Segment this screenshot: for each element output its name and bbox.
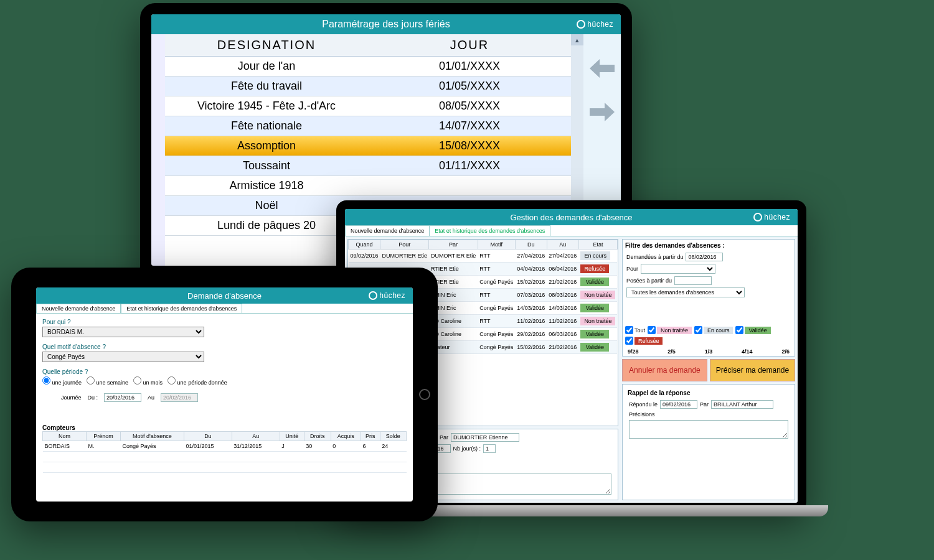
chk-validee[interactable]: Validée <box>735 326 770 334</box>
next-arrow-icon[interactable] <box>590 103 615 121</box>
period-option[interactable]: une période donnée <box>167 376 227 386</box>
lbl-reply-par: Par <box>700 401 709 408</box>
col-header[interactable]: Au <box>547 240 578 250</box>
reply-date[interactable] <box>660 400 697 409</box>
tab-historique[interactable]: Etat et historique des demandes d'absenc… <box>121 304 242 313</box>
action-buttons: Annuler ma demande Préciser ma demande <box>622 359 795 381</box>
holiday-row[interactable]: Toussaint01/11/XXXX <box>165 156 571 176</box>
holiday-name: Toussaint <box>165 156 368 175</box>
tab-nouvelle[interactable]: Nouvelle demande d'absence <box>36 304 121 313</box>
col-header: Pris <box>361 432 380 441</box>
w1-titlebar: Paramétrage des jours fériés hüchez <box>151 14 621 34</box>
status-counts: 9/28 2/5 1/3 4/14 2/6 <box>623 347 795 356</box>
lbl-reply-date: Répondu le <box>629 401 658 408</box>
filter-datefrom[interactable] <box>686 253 723 261</box>
w2-title: Gestion des demandes d'absence <box>510 213 632 222</box>
w3-tabs: Nouvelle demande d'absence Etat et histo… <box>36 304 413 314</box>
motif-select[interactable]: Congé Payés <box>42 352 204 362</box>
holiday-row[interactable]: Fête du travail01/05/XXXX <box>165 77 571 96</box>
lbl-periode: Quelle période ? <box>42 368 407 375</box>
lbl-filter-pour: Pour <box>626 266 638 272</box>
precise-button[interactable]: Préciser ma demande <box>710 359 795 381</box>
filter-title: Filtre des demandes d'absences : <box>623 240 795 251</box>
detail-par[interactable] <box>451 433 519 442</box>
col-header: Du <box>184 432 232 441</box>
holiday-row[interactable]: Jour de l'an01/01/XXXX <box>165 57 571 77</box>
col-designation[interactable]: DESIGNATION <box>165 34 368 56</box>
period-option[interactable]: un mois <box>133 376 163 386</box>
period-option[interactable]: une semaine <box>87 376 128 386</box>
col-header[interactable]: Etat <box>578 240 617 250</box>
tab-historique[interactable]: Etat et historique des demandes d'absenc… <box>429 225 550 236</box>
col-header: Unité <box>280 432 304 441</box>
col-header[interactable]: Quand <box>349 240 380 250</box>
lbl-nbj: Nb jour(s) : <box>453 446 481 452</box>
date-du[interactable] <box>104 393 141 402</box>
home-button-icon[interactable] <box>419 389 430 400</box>
compteurs-table: NomPrénomMotif d'absenceDuAuUnitéDroitsA… <box>42 431 407 473</box>
col-header[interactable]: Motif <box>478 240 515 250</box>
filter-panel: Filtre des demandes d'absences : Demandé… <box>622 239 795 357</box>
detail-nbj[interactable] <box>483 444 496 453</box>
col-header: Nom <box>43 432 87 441</box>
w1-gutter <box>151 34 165 266</box>
holiday-name: Armistice 1918 <box>165 176 368 195</box>
status-badge: Non traitée <box>580 317 615 325</box>
lbl-who: Pour qui ? <box>42 319 407 325</box>
holiday-row[interactable]: Fête nationale14/07/XXXX <box>165 116 571 136</box>
holiday-name: Jour de l'an <box>165 57 368 76</box>
chk-nontraitee[interactable]: Non traitée <box>648 326 692 334</box>
w1-title: Paramétrage des jours fériés <box>322 19 450 30</box>
holiday-date: 15/08/XXXX <box>368 136 571 156</box>
chk-encours[interactable]: En cours <box>694 326 734 334</box>
filter-scope[interactable]: Toutes les demandes d'absences <box>626 287 745 297</box>
col-header[interactable]: Par <box>429 240 478 250</box>
filter-posees[interactable] <box>674 276 712 285</box>
date-au <box>161 393 198 402</box>
filter-pour[interactable] <box>641 264 715 274</box>
col-header: Solde <box>380 432 406 441</box>
lbl-du3: Du : <box>88 394 98 401</box>
lbl-datefrom: Demandées à partir du <box>626 254 684 260</box>
holiday-name: Fête du travail <box>165 77 368 96</box>
holiday-name: Fête nationale <box>165 116 368 136</box>
holiday-date: 01/05/XXXX <box>368 77 571 96</box>
holiday-row[interactable]: Assomption15/08/XXXX <box>165 136 571 156</box>
w1-header-row: DESIGNATION JOUR <box>165 34 571 57</box>
status-badge: Validée <box>580 278 609 286</box>
w3-titlebar: Demande d'absence hüchez <box>36 287 413 304</box>
status-badge: Validée <box>580 304 609 312</box>
holiday-row[interactable]: Armistice 1918 <box>165 176 571 196</box>
holiday-row[interactable]: Victoire 1945 - Fête J.-d'Arc08/05/XXXX <box>165 96 571 116</box>
holiday-name: Assomption <box>165 136 368 156</box>
prev-arrow-icon[interactable] <box>590 59 615 78</box>
status-badge: En cours <box>580 251 610 260</box>
col-header[interactable]: Pour <box>380 240 429 250</box>
reply-precisions[interactable] <box>629 420 788 439</box>
reply-panel: Rappel de la réponse Répondu le Par Préc… <box>622 384 795 500</box>
status-badge: Non traitée <box>580 291 615 299</box>
cancel-button[interactable]: Annuler ma demande <box>622 359 707 381</box>
who-select[interactable]: BORDAIS M. <box>42 327 204 337</box>
tab-nouvelle[interactable]: Nouvelle demande d'absence <box>345 225 430 236</box>
chk-refusee[interactable]: Refusée <box>625 337 663 345</box>
chk-tout[interactable]: Tout <box>625 326 645 334</box>
col-header[interactable]: Du <box>515 240 547 250</box>
holiday-name: Victoire 1945 - Fête J.-d'Arc <box>165 96 368 116</box>
lbl-reply-prec: Précisions <box>629 411 655 418</box>
status-badge: Refusée <box>580 264 609 273</box>
reply-par[interactable] <box>711 400 773 409</box>
w2-titlebar: Gestion des demandes d'absence hüchez <box>345 209 798 225</box>
scroll-up-icon[interactable]: ▴ <box>571 34 583 45</box>
lbl-journee: Journée <box>61 394 82 401</box>
holiday-date: 08/05/XXXX <box>368 96 571 116</box>
request-row[interactable]: 09/02/2016DUMORTIER EtieDUMORTIER EtieRT… <box>349 250 618 263</box>
lbl-au3: Au <box>148 394 154 401</box>
brand-logo: hüchez <box>369 291 405 300</box>
period-option[interactable]: une journée <box>42 376 82 386</box>
col-jour[interactable]: JOUR <box>368 34 571 56</box>
compteur-row: BORDAISM.Congé Payés01/01/201531/12/2015… <box>43 441 407 452</box>
lbl-motif: Quel motif d'absence ? <box>42 343 407 350</box>
lbl-posees: Posées à partir du <box>626 278 672 284</box>
w2-tabs: Nouvelle demande d'absence Etat et histo… <box>345 225 798 236</box>
